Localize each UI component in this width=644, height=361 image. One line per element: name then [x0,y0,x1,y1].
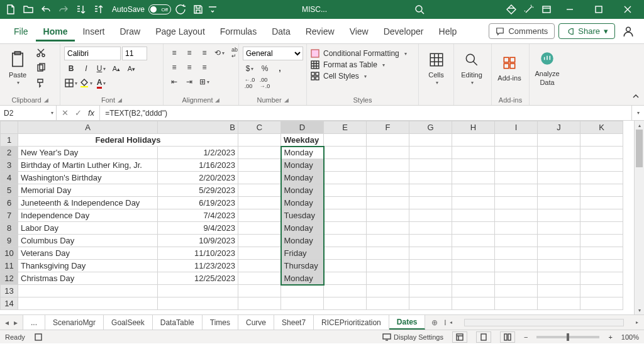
cell-G9[interactable] [409,235,452,247]
cell-H14[interactable] [452,297,495,310]
cell-H4[interactable] [452,172,495,184]
decrease-font-icon[interactable]: A▾ [125,62,138,75]
cell-E1[interactable] [324,134,367,147]
minimize-button[interactable] [556,0,584,19]
cell-G10[interactable] [409,247,452,260]
cell-styles-button[interactable]: Cell Styles▾ [311,72,367,81]
cell-I6[interactable] [495,197,538,209]
cell-I11[interactable] [495,260,538,272]
row-header-1[interactable]: 1 [1,134,18,147]
cell-K6[interactable] [580,197,623,209]
cell-A14[interactable] [18,297,158,310]
sheet-tab-datatable[interactable]: DataTable [153,315,203,330]
cell-K1[interactable] [580,134,623,147]
paste-button[interactable]: Paste▾ [4,47,31,88]
cell-B6[interactable]: 6/19/2023 [158,197,238,209]
cell-A9[interactable]: Columbus Day [18,235,158,247]
cell-A13[interactable] [18,285,158,297]
cell-F14[interactable] [367,297,409,310]
cell-F8[interactable] [367,222,409,235]
autosave-toggle[interactable]: AutoSave Off [112,4,171,14]
save-icon[interactable] [190,1,206,18]
cell-K13[interactable] [580,285,623,297]
cell-A8[interactable]: Labor Day [18,222,158,235]
cell-D6[interactable]: Monday [281,197,324,209]
cell-J10[interactable] [538,247,580,260]
display-settings-button[interactable]: Display Settings [382,333,443,342]
cell-C9[interactable] [238,235,281,247]
name-box[interactable]: D2▾ [0,106,57,120]
cell-C3[interactable] [238,159,281,172]
cell-K14[interactable] [580,297,623,310]
cell-G4[interactable] [409,172,452,184]
collapse-ribbon-icon[interactable] [631,92,640,103]
cell-G5[interactable] [409,184,452,197]
sheet-tab-scenariomgr[interactable]: ScenarioMgr [45,315,104,330]
cell-A2[interactable]: New Year's Day [18,147,158,159]
format-painter-icon[interactable] [34,77,48,89]
orientation-icon[interactable]: ⟲▾ [213,47,226,59]
sheet-tab-times[interactable]: Times [203,315,238,330]
align-middle-icon[interactable]: ≡ [182,47,196,59]
alignment-launcher-icon[interactable]: ◢ [215,97,219,103]
cell-K5[interactable] [580,184,623,197]
cell-D10[interactable]: Friday [281,247,324,260]
cell-E7[interactable] [324,209,367,222]
cell-I4[interactable] [495,172,538,184]
cell-F10[interactable] [367,247,409,260]
cell-D12[interactable]: Monday [281,272,324,285]
row-header-7[interactable]: 7 [1,209,18,222]
zoom-slider[interactable] [536,336,599,338]
cell-B12[interactable]: 12/25/2023 [158,272,238,285]
new-file-icon[interactable] [3,1,19,18]
cell-I13[interactable] [495,285,538,297]
cell-H8[interactable] [452,222,495,235]
hscroll-right-icon[interactable]: ▸ [633,319,641,325]
cell-C12[interactable] [238,272,281,285]
tab-insert[interactable]: Insert [75,21,112,42]
cut-icon[interactable] [34,47,48,59]
cell-J11[interactable] [538,260,580,272]
cancel-formula-icon[interactable]: ✕ [62,108,69,118]
horizontal-scrollbar[interactable] [464,319,624,326]
cell-F7[interactable] [367,209,409,222]
cell-E5[interactable] [324,184,367,197]
cell-G6[interactable] [409,197,452,209]
cell-B8[interactable]: 9/4/2023 [158,222,238,235]
increase-font-icon[interactable]: A▴ [109,62,123,75]
sheet-tab-dates[interactable]: Dates [389,315,426,330]
tab-data[interactable]: Data [264,21,298,42]
cell-G3[interactable] [409,159,452,172]
wand-icon[interactable] [521,1,537,18]
cell-I8[interactable] [495,222,538,235]
sheet-tab-goalseek[interactable]: GoalSeek [104,315,153,330]
cell-C14[interactable] [238,297,281,310]
cell-C5[interactable] [238,184,281,197]
cell-I5[interactable] [495,184,538,197]
currency-icon[interactable]: $▾ [243,62,257,75]
cell-E8[interactable] [324,222,367,235]
cell-G1[interactable] [409,134,452,147]
cell-I2[interactable] [495,147,538,159]
cell-I12[interactable] [495,272,538,285]
cell-I7[interactable] [495,209,538,222]
underline-button[interactable]: U▾ [94,62,108,75]
cell-K12[interactable] [580,272,623,285]
col-header-K[interactable]: K [580,121,623,134]
cell-D5[interactable]: Monday [281,184,324,197]
row-header-2[interactable]: 2 [1,147,18,159]
cell-E11[interactable] [324,260,367,272]
align-right-icon[interactable]: ≡ [197,61,211,74]
cell-K7[interactable] [580,209,623,222]
cell-F13[interactable] [367,285,409,297]
open-file-icon[interactable] [20,1,36,18]
tab-developer[interactable]: Developer [376,21,431,42]
cell-I14[interactable] [495,297,538,310]
zoom-out-button[interactable]: − [524,333,528,341]
font-color-icon[interactable]: A▾ [94,77,108,89]
cell-B2[interactable]: 1/2/2023 [158,147,238,159]
col-header-I[interactable]: I [495,121,538,134]
row-header-13[interactable]: 13 [1,285,18,297]
cell-E12[interactable] [324,272,367,285]
cell-G11[interactable] [409,260,452,272]
